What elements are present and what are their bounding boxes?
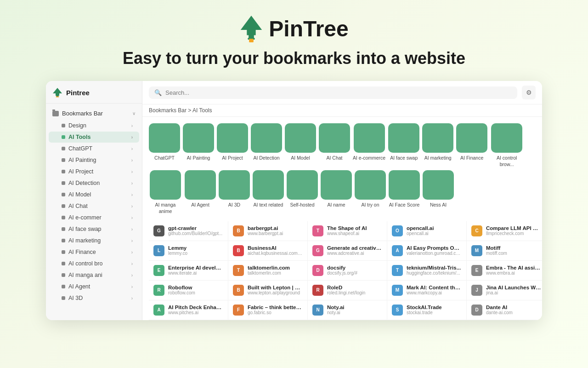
bookmark-favicon: N xyxy=(312,305,323,316)
bookmark-item[interactable]: G gpt-crawler github.com/BuilderIO/gpt..… xyxy=(149,221,228,241)
sidebar-item-ai-detection[interactable]: AI Detection › xyxy=(49,178,139,189)
bookmark-item[interactable]: S StockAI.Trade stockai.trade xyxy=(387,300,467,320)
sidebar-logo-icon xyxy=(52,87,62,98)
sidebar-item-ai-agent[interactable]: AI Agent › xyxy=(49,281,139,292)
chevron-right-icon: › xyxy=(131,146,133,151)
bookmark-item[interactable]: G Generate ad creative... www.adcreative… xyxy=(308,241,387,261)
tile-item[interactable]: AI manga anime xyxy=(149,170,182,214)
bookmark-item[interactable]: N Noty.ai noty.ai xyxy=(308,300,387,320)
sidebar-item-ai-manga[interactable]: AI manga ani › xyxy=(49,270,139,281)
settings-button[interactable]: ⚙ xyxy=(522,86,536,99)
chevron-right-icon: › xyxy=(131,169,133,174)
bookmark-item[interactable]: D docsify docsify.js.org/# xyxy=(308,261,387,281)
tile-label: AI Model xyxy=(291,155,310,161)
bookmark-favicon: T xyxy=(312,225,323,236)
bookmark-item[interactable]: E Embra - The AI assis... www.embra.ai xyxy=(467,261,542,281)
bookmark-url: opencall.ai xyxy=(407,231,434,236)
tile-item[interactable]: AI Chat xyxy=(319,123,350,167)
tile-item[interactable]: AI e-commerce xyxy=(353,123,385,167)
bookmarks-grid: G gpt-crawler github.com/BuilderIO/gpt..… xyxy=(149,221,536,320)
bookmark-name: Jina AI Launches Wo... xyxy=(486,285,541,290)
sidebar-item-label: AI Painting xyxy=(68,157,96,163)
bookmark-item[interactable]: R RoleD roled.lingi.net/login xyxy=(308,281,387,300)
sidebar-item-ai-model[interactable]: AI Model › xyxy=(49,189,139,200)
bookmark-name: Built with Lepton | Le... xyxy=(248,285,303,290)
bookmark-item[interactable]: D Dante AI dante-ai.com xyxy=(467,300,542,320)
bookmark-item[interactable]: J Jina AI Launches Wo... jina.ai xyxy=(467,281,542,300)
sidebar: Pintree Bookmarks Bar ∨ Design › xyxy=(46,81,142,320)
tile-item[interactable]: AI Project xyxy=(217,123,248,167)
chevron-right-icon: › xyxy=(131,261,133,266)
tile-item[interactable]: AI Agent xyxy=(185,170,216,214)
bookmark-item[interactable]: O opencall.ai opencall.ai xyxy=(387,221,467,241)
folder-dot-icon xyxy=(62,124,65,127)
tile-item[interactable]: AI Detection xyxy=(251,123,282,167)
bookmark-item[interactable]: B barbergpt.ai www.barbergpt.ai xyxy=(228,221,308,241)
tile-item[interactable]: AI Finance xyxy=(456,123,487,167)
bookmark-item[interactable]: M Motiff motiff.com xyxy=(467,241,542,261)
bookmark-item[interactable]: L Lemmy lemmy.co xyxy=(149,241,228,261)
bookmark-item[interactable]: B BusinessAI aichat.kqbusinessai.com/... xyxy=(228,241,308,261)
bookmark-item[interactable]: B Built with Lepton | Le... www.lepton.a… xyxy=(228,281,308,300)
bookmark-item[interactable]: T talktomerlin.com talktomerlin.com xyxy=(228,261,308,281)
tile-folder-icon xyxy=(253,170,284,200)
tile-label: AI Finance xyxy=(460,155,483,161)
sidebar-item-ai-control-bro[interactable]: AI control bro › xyxy=(49,258,139,269)
bookmark-item[interactable]: E Enterprise AI develo... www.iterate.ai xyxy=(149,261,228,281)
bookmark-name: Motiff xyxy=(486,245,507,251)
bookmark-info: Enterprise AI develo... www.iterate.ai xyxy=(168,265,223,276)
sidebar-item-chatgpt[interactable]: ChatGPT › xyxy=(49,143,139,154)
bookmark-name: Noty.ai xyxy=(327,305,345,310)
bookmark-info: opencall.ai opencall.ai xyxy=(407,225,434,236)
bookmark-name: Embra - The AI assis... xyxy=(486,265,541,270)
tile-item[interactable]: AI 3D xyxy=(219,170,250,214)
tile-item[interactable]: Self-hosted xyxy=(287,170,318,214)
bookmark-name: Roboflow xyxy=(168,285,195,290)
sidebar-item-ai-project[interactable]: AI Project › xyxy=(49,166,139,177)
sidebar-item-ai-chat[interactable]: AI Chat › xyxy=(49,201,139,212)
bookmark-favicon: G xyxy=(153,225,164,236)
tile-item[interactable]: AI Model xyxy=(285,123,316,167)
bookmark-item[interactable]: R Roboflow roboflow.com xyxy=(149,281,228,300)
sidebar-item-ai-face-swap[interactable]: AI face swap › xyxy=(49,224,139,235)
tile-item[interactable]: AI marketing xyxy=(422,123,453,167)
search-input[interactable] xyxy=(165,89,512,96)
sidebar-item-ai-ecommerce[interactable]: AI e-commer › xyxy=(49,212,139,223)
hero-tagline: Easy to turn your bookmarks into a websi… xyxy=(0,49,588,68)
bookmark-url: llmpricecheck.com xyxy=(486,231,541,236)
bookmark-item[interactable]: F Fabric – think better,... go.fabric.so xyxy=(228,300,308,320)
tile-item[interactable]: ChatGPT xyxy=(149,123,180,167)
sidebar-item-ai-marketing[interactable]: AI marketing › xyxy=(49,235,139,246)
tile-item[interactable]: AI try on xyxy=(355,170,386,214)
tile-item[interactable]: AI control brow... xyxy=(490,123,523,167)
tile-item[interactable]: Ness AI xyxy=(423,170,454,214)
sidebar-folder-bookmarks-bar[interactable]: Bookmarks Bar ∨ xyxy=(46,107,142,120)
sidebar-title: Pintree xyxy=(66,89,90,97)
folder-dot-icon xyxy=(62,227,65,231)
bookmark-favicon: M xyxy=(392,285,403,296)
tile-item[interactable]: AI text related xyxy=(253,170,284,214)
bookmark-item[interactable]: A AI Pitch Deck Enhan... www.pitches.ai xyxy=(149,300,228,320)
sidebar-item-ai-painting[interactable]: AI Painting › xyxy=(49,155,139,166)
sidebar-item-ai-finance[interactable]: AI Finance › xyxy=(49,247,139,258)
tile-label: AI Chat xyxy=(326,155,342,161)
bookmark-url: www.markcopy.ai xyxy=(407,290,462,295)
sidebar-item-design[interactable]: Design › xyxy=(49,120,139,131)
bookmark-favicon: T xyxy=(392,265,403,276)
sidebar-item-ai-3d[interactable]: AI 3D › xyxy=(49,293,139,304)
tile-folder-icon xyxy=(321,170,352,200)
tile-item[interactable]: AI name xyxy=(321,170,352,214)
bookmark-item[interactable]: T The Shape of AI www.shapeof.ai xyxy=(308,221,387,241)
sidebar-item-ai-tools[interactable]: AI Tools › xyxy=(49,132,139,143)
bookmark-item[interactable]: T teknium/Mistral-Tris... huggingface.co… xyxy=(387,261,467,281)
bookmark-item[interactable]: M Mark AI: Content tha... www.markcopy.a… xyxy=(387,281,467,300)
app-window: Pintree Bookmarks Bar ∨ Design › xyxy=(46,81,542,320)
svg-rect-6 xyxy=(56,97,59,98)
tile-item[interactable]: AI Face Score xyxy=(389,170,420,214)
bookmark-name: AI Pitch Deck Enhan... xyxy=(168,305,223,310)
bookmark-item[interactable]: C Compare LLM API Pri... llmpricecheck.c… xyxy=(467,221,542,241)
tile-item[interactable]: AI Painting xyxy=(183,123,214,167)
bookmark-item[interactable]: A AI Easy Prompts OS ... valerianotton.g… xyxy=(387,241,467,261)
chevron-right-icon: › xyxy=(131,123,133,128)
tile-item[interactable]: AI face swap xyxy=(388,123,419,167)
